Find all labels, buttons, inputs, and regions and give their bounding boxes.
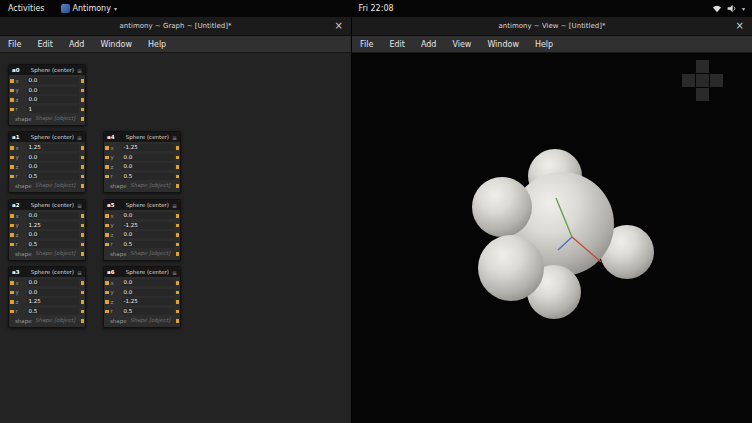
menu-window[interactable]: Window <box>92 36 140 52</box>
output-connector[interactable] <box>81 117 85 121</box>
row-value[interactable]: 1.25 <box>27 298 79 305</box>
input-connector[interactable] <box>105 165 109 169</box>
row-value[interactable]: 0.0 <box>122 231 174 238</box>
node-titlebar[interactable]: a6Sphere (center)≡ <box>104 267 180 277</box>
input-connector[interactable] <box>10 146 14 150</box>
input-connector[interactable] <box>105 281 109 285</box>
node-menu-icon[interactable]: ≡ <box>172 134 177 141</box>
output-connector[interactable] <box>81 98 85 102</box>
output-connector[interactable] <box>176 252 180 256</box>
orientation-crosshair[interactable] <box>682 60 723 101</box>
node-titlebar[interactable]: a3Sphere (center)≡ <box>9 267 85 277</box>
row-value[interactable]: 0.0 <box>27 231 79 238</box>
output-connector[interactable] <box>81 165 85 169</box>
graph-node-a4[interactable]: a4Sphere (center)≡x-1.25y0.0z0.0r0.5shap… <box>103 131 181 193</box>
output-connector[interactable] <box>176 165 180 169</box>
input-connector[interactable] <box>10 281 14 285</box>
input-connector[interactable] <box>10 214 14 218</box>
row-value[interactable]: 0.5 <box>27 241 79 248</box>
menu-add[interactable]: Add <box>413 36 445 52</box>
node-menu-icon[interactable]: ≡ <box>77 202 82 209</box>
graph-node-a6[interactable]: a6Sphere (center)≡x0.0y0.0z-1.25r0.5shap… <box>103 266 181 328</box>
output-connector[interactable] <box>176 233 180 237</box>
input-connector[interactable] <box>105 175 109 179</box>
graph-node-a5[interactable]: a5Sphere (center)≡x0.0y-1.25z0.0r0.5shap… <box>103 199 181 261</box>
menu-edit[interactable]: Edit <box>29 36 61 52</box>
output-connector[interactable] <box>81 224 85 228</box>
input-connector[interactable] <box>10 156 14 160</box>
view-titlebar[interactable]: antimony ~ View ~ [Untitled]* × <box>352 17 752 36</box>
node-titlebar[interactable]: a5Sphere (center)≡ <box>104 200 180 210</box>
menu-add[interactable]: Add <box>61 36 93 52</box>
output-connector[interactable] <box>176 224 180 228</box>
graph-canvas[interactable]: a0Sphere (center)≡x0.0y0.0z0.0r1shapeSha… <box>0 53 351 423</box>
row-value[interactable]: 0.0 <box>27 77 79 84</box>
node-menu-icon[interactable]: ≡ <box>172 269 177 276</box>
row-value[interactable]: 0.0 <box>122 289 174 296</box>
output-connector[interactable] <box>81 146 85 150</box>
viewport-3d[interactable] <box>352 53 752 423</box>
graph-node-a0[interactable]: a0Sphere (center)≡x0.0y0.0z0.0r1shapeSha… <box>8 64 86 126</box>
row-value[interactable]: -1.25 <box>122 298 174 305</box>
output-connector[interactable] <box>176 291 180 295</box>
row-value[interactable]: 0.0 <box>27 289 79 296</box>
row-value[interactable]: 0.0 <box>122 163 174 170</box>
output-connector[interactable] <box>176 146 180 150</box>
row-value[interactable]: 0.0 <box>27 212 79 219</box>
input-connector[interactable] <box>105 224 109 228</box>
output-connector[interactable] <box>81 310 85 314</box>
output-connector[interactable] <box>81 281 85 285</box>
input-connector[interactable] <box>105 243 109 247</box>
input-connector[interactable] <box>10 310 14 314</box>
row-value[interactable]: 0.0 <box>122 154 174 161</box>
input-connector[interactable] <box>105 156 109 160</box>
output-connector[interactable] <box>81 319 85 323</box>
output-connector[interactable] <box>81 184 85 188</box>
row-value[interactable]: 0.0 <box>27 279 79 286</box>
output-connector[interactable] <box>81 175 85 179</box>
input-connector[interactable] <box>10 79 14 83</box>
graph-node-a2[interactable]: a2Sphere (center)≡x0.0y1.25z0.0r0.5shape… <box>8 199 86 261</box>
menu-file[interactable]: File <box>352 36 381 52</box>
output-connector[interactable] <box>176 310 180 314</box>
row-value[interactable]: 0.5 <box>27 308 79 315</box>
row-value[interactable]: 0.5 <box>122 241 174 248</box>
input-connector[interactable] <box>10 291 14 295</box>
input-connector[interactable] <box>10 300 14 304</box>
graph-titlebar[interactable]: antimony ~ Graph ~ [Untitled]* × <box>0 17 351 36</box>
clock[interactable]: Fri 22:08 <box>350 0 401 17</box>
output-connector[interactable] <box>176 281 180 285</box>
input-connector[interactable] <box>105 214 109 218</box>
output-connector[interactable] <box>176 175 180 179</box>
graph-node-a3[interactable]: a3Sphere (center)≡x0.0y0.0z1.25r0.5shape… <box>8 266 86 328</box>
menu-window[interactable]: Window <box>479 36 527 52</box>
output-connector[interactable] <box>176 214 180 218</box>
output-connector[interactable] <box>176 243 180 247</box>
node-titlebar[interactable]: a0Sphere (center)≡ <box>9 65 85 75</box>
output-connector[interactable] <box>81 300 85 304</box>
node-menu-icon[interactable]: ≡ <box>77 269 82 276</box>
row-value[interactable]: 0.0 <box>27 87 79 94</box>
output-connector[interactable] <box>81 291 85 295</box>
graph-node-a1[interactable]: a1Sphere (center)≡x1.25y0.0z0.0r0.5shape… <box>8 131 86 193</box>
row-value[interactable]: 0.0 <box>27 163 79 170</box>
output-connector[interactable] <box>176 184 180 188</box>
row-value[interactable]: 0.5 <box>27 173 79 180</box>
row-value[interactable]: 0.5 <box>122 308 174 315</box>
input-connector[interactable] <box>10 108 14 112</box>
input-connector[interactable] <box>10 89 14 93</box>
node-menu-icon[interactable]: ≡ <box>172 202 177 209</box>
activities-button[interactable]: Activities <box>0 0 53 17</box>
row-value[interactable]: 0.0 <box>27 154 79 161</box>
menu-file[interactable]: File <box>0 36 29 52</box>
node-menu-icon[interactable]: ≡ <box>77 134 82 141</box>
output-connector[interactable] <box>81 156 85 160</box>
output-connector[interactable] <box>81 233 85 237</box>
close-icon[interactable]: × <box>736 21 744 31</box>
menu-edit[interactable]: Edit <box>381 36 413 52</box>
row-value[interactable]: 1.25 <box>27 222 79 229</box>
node-titlebar[interactable]: a2Sphere (center)≡ <box>9 200 85 210</box>
row-value[interactable]: -1.25 <box>122 144 174 151</box>
output-connector[interactable] <box>176 300 180 304</box>
input-connector[interactable] <box>10 243 14 247</box>
